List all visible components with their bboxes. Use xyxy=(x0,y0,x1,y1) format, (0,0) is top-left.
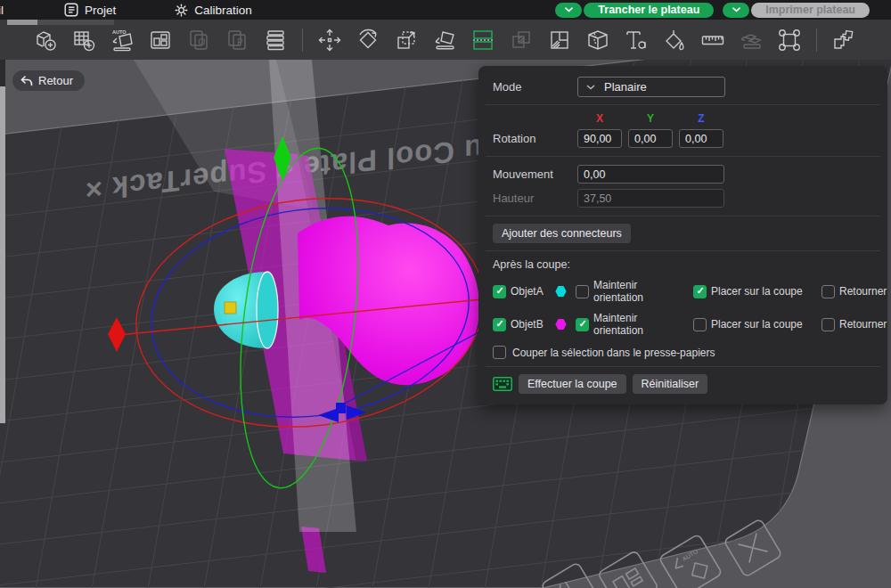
tool-text-button[interactable] xyxy=(621,24,651,56)
mode-row: Mode Planaire xyxy=(493,77,882,97)
toolbar-separator xyxy=(302,29,303,52)
slice-plate-button[interactable]: Trancher le plateau xyxy=(584,3,714,18)
tool-cut-button[interactable] xyxy=(468,24,498,56)
cut-to-clipboard-label: Couper la sélection dans le presse-papie… xyxy=(512,347,715,359)
gear-icon xyxy=(175,4,188,17)
height-input[interactable] xyxy=(577,189,724,208)
tool-split-parts-button[interactable] xyxy=(829,24,859,56)
text-icon xyxy=(623,27,650,53)
tool-copy-button[interactable]: O xyxy=(184,24,214,56)
paste-icon: P xyxy=(224,27,250,53)
left-panel-edge xyxy=(0,60,5,88)
print-split-button: Imprimer plateau xyxy=(723,3,870,18)
print-options-dropdown[interactable] xyxy=(723,3,749,18)
object-a-flip-checkbox[interactable] xyxy=(822,285,835,298)
svg-text:P: P xyxy=(237,37,243,47)
divider xyxy=(486,216,880,216)
object-b-color-swatch xyxy=(555,319,567,331)
tool-mesh-boolean-button[interactable] xyxy=(506,24,536,56)
rotate-icon xyxy=(355,27,381,53)
flip-label: Retourner xyxy=(839,285,887,298)
svg-text:O: O xyxy=(199,37,206,47)
cut-to-clipboard-checkbox[interactable] xyxy=(493,346,506,359)
tool-move-button[interactable] xyxy=(315,24,345,56)
rotation-x-input[interactable] xyxy=(577,129,622,148)
object-list-icon xyxy=(262,27,289,53)
chevron-down-icon xyxy=(586,85,595,90)
print-plate-button[interactable]: Imprimer plateau xyxy=(751,3,870,18)
mode-dropdown[interactable]: Planaire xyxy=(577,77,725,97)
perform-cut-button[interactable]: Effectuer la coupe xyxy=(519,374,626,394)
object-a-row: ObjetA Maintenir orientation Placer sur … xyxy=(493,279,882,304)
axis-z-label: Z xyxy=(679,112,723,125)
measure-icon xyxy=(699,27,726,53)
add-connectors-button[interactable]: Ajouter des connecteurs xyxy=(493,224,631,243)
menu-item-accueil[interactable]: il xyxy=(0,0,12,20)
object-a-color-swatch xyxy=(555,286,567,298)
rotation-z-input[interactable] xyxy=(679,129,723,148)
place-on-cut-label: Placer sur la coupe xyxy=(711,318,813,331)
tool-color-paint-button[interactable] xyxy=(659,24,690,56)
menu-item-projet[interactable]: Projet xyxy=(55,0,125,20)
object-b-label: ObjetB xyxy=(511,318,555,331)
tool-assembly-button[interactable] xyxy=(736,24,766,56)
movement-row: Mouvement xyxy=(493,164,882,184)
tool-arrange-button[interactable] xyxy=(145,24,176,56)
rotation-y-input[interactable] xyxy=(628,129,673,148)
copy-icon: O xyxy=(185,27,212,53)
tool-rotate-button[interactable] xyxy=(353,24,383,56)
object-b-keep-orientation-checkbox[interactable] xyxy=(576,318,589,331)
object-b-flip-checkbox[interactable] xyxy=(822,318,835,331)
tool-paste-button[interactable]: P xyxy=(222,24,252,56)
viewport-3d[interactable]: u Cool Plate < SuperTack × xyxy=(0,60,891,588)
object-a-keep-orientation-checkbox[interactable] xyxy=(576,285,589,298)
tool-split-object-button[interactable] xyxy=(583,24,613,56)
lay-flat-icon xyxy=(431,27,458,53)
back-arrow-icon xyxy=(20,76,33,86)
add-object-icon xyxy=(32,27,59,53)
object-a-place-on-cut-checkbox[interactable] xyxy=(693,285,707,298)
movement-label: Mouvement xyxy=(493,167,577,181)
variable-layer-height-icon xyxy=(546,27,573,53)
frame-icon xyxy=(776,27,803,53)
movement-input[interactable] xyxy=(577,165,724,184)
flip-label: Retourner xyxy=(839,318,887,331)
after-cut-label: Après la coupe: xyxy=(493,258,882,271)
tool-add-plate-button[interactable] xyxy=(69,24,99,56)
svg-text:AUTO: AUTO xyxy=(112,29,127,35)
rotation-row: Rotation xyxy=(493,128,882,149)
plate-side-wall xyxy=(0,86,5,423)
object-a-label: ObjetA xyxy=(511,285,555,298)
auto-orient-icon: AUTO xyxy=(109,27,135,53)
divider xyxy=(486,104,880,105)
menu-item-projet-label: Projet xyxy=(85,4,116,17)
object-b-place-on-cut-checkbox[interactable] xyxy=(693,318,707,331)
menu-bar: il Projet Calibration xyxy=(0,0,891,20)
scale-icon xyxy=(393,27,420,53)
arrange-icon xyxy=(147,27,174,53)
menu-item-calibration[interactable]: Calibration xyxy=(166,0,261,20)
chevron-down-icon xyxy=(732,7,740,12)
tool-frame-button[interactable] xyxy=(774,24,805,56)
tool-lay-flat-button[interactable] xyxy=(429,24,460,56)
place-on-cut-label: Placer sur la coupe xyxy=(711,285,813,298)
object-b-checkbox[interactable] xyxy=(493,318,506,331)
tool-auto-orient-button[interactable]: AUTO xyxy=(107,24,137,56)
tool-scale-button[interactable] xyxy=(391,24,421,56)
tool-add-object-button[interactable] xyxy=(30,24,61,56)
split-object-icon xyxy=(584,27,611,53)
tool-variable-layer-height-button[interactable] xyxy=(544,24,575,56)
reset-button[interactable]: Réinitialiser xyxy=(633,374,708,394)
tool-measure-button[interactable] xyxy=(698,24,728,56)
connector-dowel[interactable] xyxy=(225,302,236,314)
tool-object-list-button[interactable] xyxy=(260,24,290,56)
cut-icon xyxy=(470,27,496,53)
add-plate-icon xyxy=(70,27,97,53)
slice-options-dropdown[interactable] xyxy=(555,3,582,18)
menu-actions: Trancher le plateau Imprimer plateau xyxy=(555,3,870,18)
object-a-checkbox[interactable] xyxy=(493,285,506,298)
keyboard-shortcut-icon xyxy=(493,377,512,391)
side-tab-sliver xyxy=(7,20,37,25)
axis-x-label: X xyxy=(577,112,622,125)
back-button[interactable]: Retour xyxy=(12,70,85,91)
